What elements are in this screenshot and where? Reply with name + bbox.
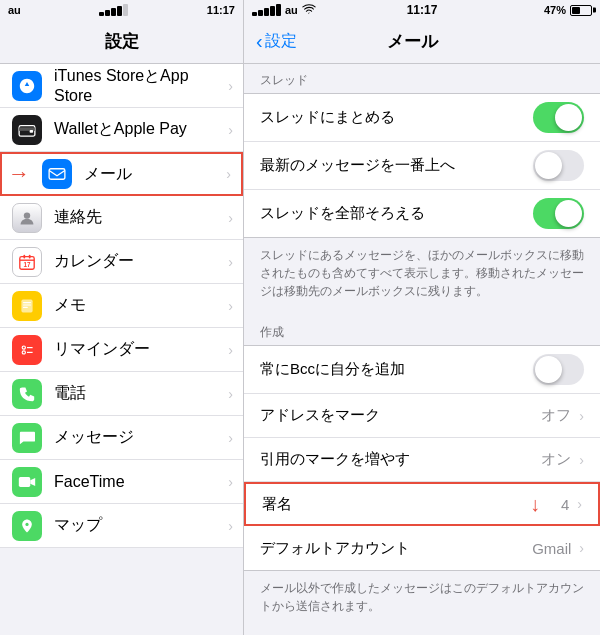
right-carrier: au: [285, 4, 298, 16]
svg-rect-8: [29, 254, 31, 258]
increase-quote-row[interactable]: 引用のマークを増やす オン ›: [244, 438, 600, 482]
svg-rect-13: [23, 306, 28, 307]
facetime-icon: [12, 467, 42, 497]
sidebar-item-phone-label: 電話: [54, 383, 86, 404]
increase-quote-chevron-icon: ›: [579, 452, 584, 468]
svg-rect-12: [23, 304, 31, 305]
sidebar-item-mail-label: メール: [84, 164, 132, 185]
right-status-bar: au 11:17 47%: [244, 0, 600, 20]
signature-value: 4: [561, 496, 569, 513]
wifi-icon: [302, 4, 316, 16]
sidebar-item-contacts[interactable]: 連絡先 ›: [0, 196, 243, 240]
sidebar-item-notes[interactable]: メモ ›: [0, 284, 243, 328]
signature-row[interactable]: 署名 4 ›: [244, 482, 600, 526]
sidebar-item-messages[interactable]: メッセージ ›: [0, 416, 243, 460]
collapse-row: スレッドを全部そろえる: [244, 190, 600, 237]
notes-chevron-icon: ›: [228, 298, 233, 314]
left-carrier: au: [8, 4, 21, 16]
sidebar-item-mail[interactable]: メール ›: [0, 152, 243, 196]
right-time: 11:17: [407, 3, 438, 17]
mark-addresses-value: オフ: [541, 406, 571, 425]
thread-section-header: スレッド: [244, 64, 600, 93]
sidebar-item-phone[interactable]: 電話 ›: [0, 372, 243, 416]
sidebar-item-itunes-label: iTunes StoreとApp Store: [54, 66, 231, 105]
right-battery-area: 47%: [544, 4, 592, 16]
sidebar-item-facetime[interactable]: FaceTime ›: [0, 460, 243, 504]
right-content: スレッド スレッドにまとめる 最新のメッセージを一番上へ スレッドを全部そろえる: [244, 64, 600, 635]
default-account-value: Gmail: [532, 540, 571, 557]
mail-icon: [42, 159, 72, 189]
right-panel: au 11:17 47% ‹ 設定 メール スレッド: [244, 0, 600, 635]
always-bcc-row: 常にBccに自分を追加: [244, 346, 600, 394]
mail-chevron-icon: ›: [226, 166, 231, 182]
calendar-icon: 17: [12, 247, 42, 277]
svg-text:17: 17: [23, 261, 31, 268]
svg-point-15: [22, 350, 25, 353]
sidebar-item-itunes[interactable]: iTunes StoreとApp Store ›: [0, 64, 243, 108]
always-bcc-toggle[interactable]: [533, 354, 584, 385]
organize-toggle[interactable]: [533, 102, 584, 133]
left-list: iTunes StoreとApp Store › WalletとApple Pa…: [0, 64, 243, 635]
back-chevron-icon: ‹: [256, 30, 263, 53]
reminders-chevron-icon: ›: [228, 342, 233, 358]
back-label: 設定: [265, 31, 297, 52]
maps-icon: [12, 511, 42, 541]
signature-chevron-icon: ›: [577, 496, 582, 512]
svg-rect-7: [23, 254, 25, 258]
thread-section-note: スレッドにあるメッセージを、ほかのメールボックスに移動されたものも含めてすべて表…: [244, 238, 600, 316]
phone-chevron-icon: ›: [228, 386, 233, 402]
newest-on-top-toggle[interactable]: [533, 150, 584, 181]
svg-point-19: [25, 522, 28, 525]
sidebar-item-maps-label: マップ: [54, 515, 102, 536]
signature-label: 署名: [262, 495, 561, 514]
notes-icon: [12, 291, 42, 321]
wallet-chevron-icon: ›: [228, 122, 233, 138]
left-nav-title: 設定: [105, 30, 139, 53]
contacts-chevron-icon: ›: [228, 210, 233, 226]
arrow-to-mail-icon: →: [8, 161, 30, 187]
wallet-icon: [12, 115, 42, 145]
sidebar-item-wallet-label: WalletとApple Pay: [54, 119, 187, 140]
maps-chevron-icon: ›: [228, 518, 233, 534]
collapse-toggle[interactable]: [533, 198, 584, 229]
svg-rect-0: [23, 88, 30, 89]
left-time: 11:17: [207, 4, 235, 16]
mark-addresses-row[interactable]: アドレスをマーク オフ ›: [244, 394, 600, 438]
sidebar-item-reminders[interactable]: リマインダー ›: [0, 328, 243, 372]
always-bcc-label: 常にBccに自分を追加: [260, 360, 533, 379]
newest-on-top-row: 最新のメッセージを一番上へ: [244, 142, 600, 190]
increase-quote-value: オン: [541, 450, 571, 469]
svg-point-5: [24, 212, 30, 218]
organize-label: スレッドにまとめる: [260, 108, 533, 127]
itunes-chevron-icon: ›: [228, 78, 233, 94]
left-signal-icon: [99, 4, 128, 16]
sidebar-item-calendar[interactable]: 17 カレンダー ›: [0, 240, 243, 284]
phone-icon: [12, 379, 42, 409]
svg-rect-11: [23, 302, 31, 303]
calendar-chevron-icon: ›: [228, 254, 233, 270]
back-button[interactable]: ‹ 設定: [256, 30, 297, 53]
sidebar-item-messages-label: メッセージ: [54, 427, 134, 448]
mark-addresses-chevron-icon: ›: [579, 408, 584, 424]
messages-chevron-icon: ›: [228, 430, 233, 446]
compose-section-header: 作成: [244, 316, 600, 345]
svg-rect-3: [30, 130, 34, 133]
svg-rect-4: [49, 169, 65, 180]
sidebar-item-wallet[interactable]: WalletとApple Pay ›: [0, 108, 243, 152]
organize-row: スレッドにまとめる: [244, 94, 600, 142]
svg-rect-10: [21, 299, 32, 312]
battery-icon: [570, 5, 592, 16]
default-account-row[interactable]: デフォルトアカウント Gmail ›: [244, 526, 600, 570]
sidebar-item-maps[interactable]: マップ ›: [0, 504, 243, 548]
svg-point-14: [22, 346, 25, 349]
sidebar-item-facetime-label: FaceTime: [54, 473, 125, 491]
signature-row-container: ↓ 署名 4 ›: [244, 482, 600, 526]
newest-on-top-label: 最新のメッセージを一番上へ: [260, 156, 533, 175]
right-signal-icon: [252, 4, 281, 16]
app-store-icon: [12, 71, 42, 101]
default-account-chevron-icon: ›: [579, 540, 584, 556]
compose-settings-group: 常にBccに自分を追加 アドレスをマーク オフ › 引用のマークを増やす オン …: [244, 345, 600, 571]
left-nav-bar: 設定: [0, 20, 243, 64]
default-account-label: デフォルトアカウント: [260, 539, 532, 558]
mark-addresses-label: アドレスをマーク: [260, 406, 541, 425]
